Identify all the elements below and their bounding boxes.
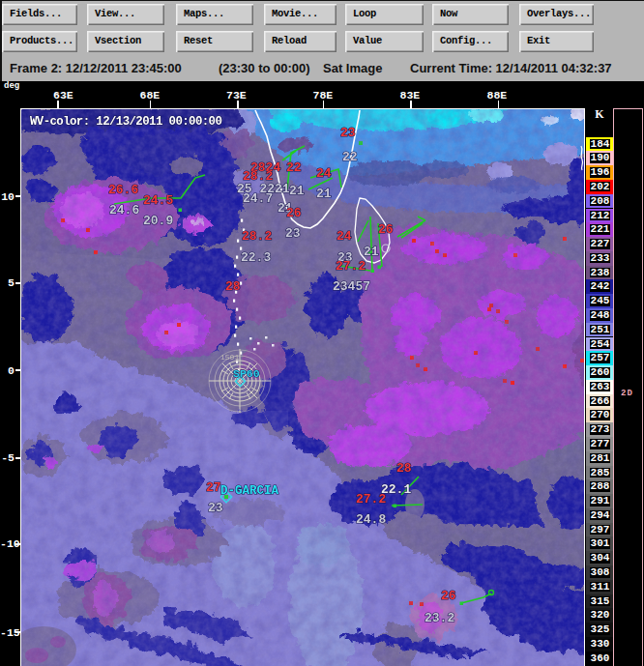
svg-text:D-GARCIA: D-GARCIA	[220, 484, 279, 498]
svg-text:23: 23	[285, 226, 301, 241]
svg-text:27.2: 27.2	[356, 492, 386, 507]
svg-text:21: 21	[316, 187, 332, 201]
svg-text:26: 26	[286, 206, 302, 220]
svg-text:SP60: SP60	[233, 367, 260, 380]
svg-text:22: 22	[286, 160, 302, 175]
svg-text:22: 22	[342, 150, 358, 164]
svg-text:27.2: 27.2	[336, 259, 366, 274]
svg-text:1501: 1501	[220, 353, 239, 362]
svg-text:28.2: 28.2	[243, 169, 273, 184]
svg-text:28.2: 28.2	[242, 229, 272, 244]
svg-text:26.6: 26.6	[108, 183, 138, 197]
svg-text:23.2: 23.2	[424, 611, 454, 625]
svg-text:WV-color: 12/13/2011 00:00:00: WV-color: 12/13/2011 00:00:00	[30, 115, 221, 129]
svg-text:26: 26	[441, 589, 456, 603]
svg-text:27: 27	[206, 480, 221, 495]
svg-text:24: 24	[337, 229, 352, 244]
svg-text:22.3: 22.3	[241, 250, 271, 265]
svg-text:24.5: 24.5	[143, 193, 173, 208]
svg-text:24.7: 24.7	[243, 191, 273, 206]
svg-text:20.9: 20.9	[143, 214, 173, 228]
svg-text:21: 21	[364, 245, 379, 259]
svg-text:23: 23	[340, 126, 356, 140]
svg-text:26: 26	[378, 222, 394, 237]
svg-text:28: 28	[225, 279, 241, 294]
svg-text:28: 28	[396, 461, 412, 476]
svg-text:23: 23	[208, 501, 223, 515]
svg-text:21: 21	[289, 184, 305, 198]
svg-text:24.6: 24.6	[109, 203, 139, 217]
svg-text:24: 24	[316, 166, 332, 181]
svg-text:24.8: 24.8	[356, 512, 386, 527]
svg-text:23457: 23457	[333, 279, 370, 294]
svg-text:21: 21	[275, 182, 290, 196]
